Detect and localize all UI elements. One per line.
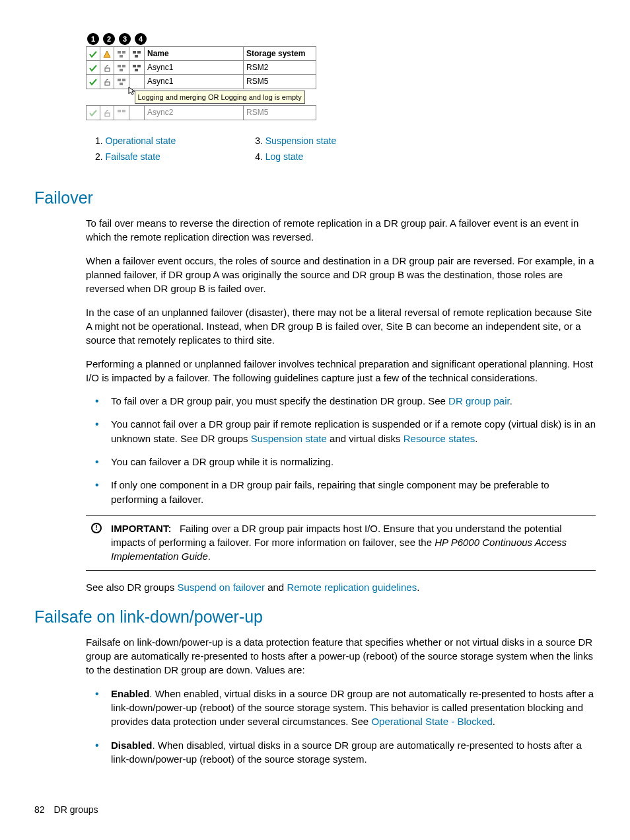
para: In the case of an unplanned failover (di… — [86, 305, 596, 348]
legend-num: 4. — [255, 151, 265, 162]
unlocked-icon — [103, 78, 111, 86]
bullet-list: To fail over a DR group pair, you must s… — [86, 394, 596, 506]
legend-link-suspension-state[interactable]: Suspension state — [265, 135, 336, 146]
callout-3: 3 — [119, 33, 131, 45]
table-row: Async1 RSM5 — [87, 75, 316, 89]
footer-section: DR groups — [54, 804, 98, 815]
svg-rect-12 — [137, 65, 141, 67]
svg-rect-18 — [105, 113, 110, 116]
svg-rect-9 — [122, 65, 125, 67]
status-table: Name Storage system Async1 RSM2 Async1 R… — [86, 46, 316, 120]
para: To fail over means to reverse the direct… — [86, 216, 596, 245]
list-item: You can failover a DR group while it is … — [86, 455, 596, 469]
text: See also DR groups — [86, 582, 177, 593]
para: See also DR groups Suspend on failover a… — [86, 580, 596, 594]
tooltip-text: Logging and merging OR Logging and log i… — [135, 91, 305, 104]
svg-rect-2 — [122, 51, 125, 54]
legend-link-failsafe-state[interactable]: Failsafe state — [106, 151, 160, 162]
cell-system: RSM5 — [244, 75, 316, 89]
unlocked-icon — [103, 64, 111, 72]
check-icon — [89, 78, 97, 86]
list-item: You cannot fail over a DR group pair if … — [86, 417, 596, 445]
table-row: Async1 RSM2 — [87, 61, 316, 75]
col-system-header: Storage system — [244, 47, 316, 61]
svg-rect-16 — [122, 79, 125, 81]
link-suspension-state[interactable]: Suspension state — [251, 433, 327, 444]
group-dark-icon — [132, 50, 141, 58]
callout-2: 2 — [103, 33, 115, 45]
svg-rect-10 — [120, 69, 123, 71]
para: Failsafe on link-down/power-up is a data… — [86, 635, 596, 677]
callout-1: 1 — [87, 33, 99, 45]
figure-legend: 1. Operational state 2. Failsafe state 3… — [95, 135, 596, 168]
col-failsafe-icon — [100, 47, 114, 61]
heading-failover: Failover — [34, 187, 596, 210]
important-icon: ! — [91, 523, 102, 533]
para: Performing a planned or unplanned failov… — [86, 357, 596, 385]
bullet-list: Enabled. When enabled, virtual disks in … — [86, 687, 596, 766]
legend-num: 2. — [95, 151, 106, 162]
col-name-header: Name — [145, 47, 244, 61]
text: To fail over a DR group pair, you must s… — [111, 395, 448, 406]
table-row: Async2 RSM5 — [87, 106, 316, 120]
text: . — [475, 433, 477, 444]
svg-rect-4 — [133, 51, 136, 54]
legend-num: 1. — [95, 135, 106, 146]
check-icon — [89, 64, 97, 72]
text: . — [208, 551, 211, 562]
group-dark-icon — [132, 64, 141, 72]
important-note: ! IMPORTANT: Failing over a DR group pai… — [86, 515, 596, 571]
list-item: To fail over a DR group pair, you must s… — [86, 394, 596, 408]
cell-system: RSM2 — [244, 61, 316, 75]
callout-4: 4 — [135, 33, 147, 45]
list-item: If only one component in a DR group pair… — [86, 478, 596, 506]
para: When a failover event occurs, the roles … — [86, 254, 596, 296]
text: . When disabled, virtual disks in a sour… — [111, 740, 582, 765]
link-suspend-on-failover[interactable]: Suspend on failover — [177, 582, 265, 593]
text: . — [510, 395, 512, 406]
link-dr-group-pair[interactable]: DR group pair — [448, 395, 510, 406]
cell-system: RSM5 — [244, 106, 316, 120]
svg-rect-13 — [135, 69, 138, 71]
important-label: IMPORTANT: — [111, 523, 171, 534]
status-figure: 1 2 3 4 Name Storage system A — [86, 33, 596, 120]
legend-num: 3. — [255, 135, 265, 146]
col-operational-icon — [87, 47, 100, 61]
link-resource-states[interactable]: Resource states — [403, 433, 475, 444]
text: . When enabled, virtual disks in a sourc… — [111, 688, 594, 728]
legend-link-operational-state[interactable]: Operational state — [106, 135, 176, 146]
svg-rect-3 — [120, 55, 123, 57]
col-suspension-icon — [114, 47, 129, 61]
link-operational-state-blocked[interactable]: Operational State - Blocked — [371, 716, 492, 727]
svg-rect-1 — [118, 51, 121, 54]
svg-rect-6 — [135, 55, 138, 57]
term-enabled: Enabled — [111, 688, 149, 699]
svg-rect-11 — [133, 65, 136, 67]
svg-rect-15 — [118, 79, 121, 81]
list-item: Disabled. When disabled, virtual disks i… — [86, 738, 596, 767]
callout-row: 1 2 3 4 — [87, 33, 596, 45]
svg-rect-17 — [120, 83, 123, 85]
svg-marker-0 — [104, 51, 110, 57]
link-remote-replication-guidelines[interactable]: Remote replication guidelines — [287, 582, 417, 593]
svg-rect-5 — [137, 51, 141, 54]
warn-icon — [103, 50, 111, 58]
tooltip-row: Logging and merging OR Logging and log i… — [87, 89, 316, 106]
page-number: 82 — [34, 804, 45, 815]
cell-name: Async2 — [145, 106, 244, 120]
term-disabled: Disabled — [111, 740, 153, 751]
col-log-icon — [129, 47, 145, 61]
group-icon — [117, 78, 126, 86]
check-faded-icon — [89, 109, 97, 117]
check-icon — [89, 50, 97, 58]
page-footer: 82DR groups — [34, 804, 98, 816]
svg-rect-20 — [122, 110, 125, 112]
unlocked-icon — [103, 109, 111, 117]
cell-name: Async1 — [145, 61, 244, 75]
legend-link-log-state[interactable]: Log state — [265, 151, 304, 162]
svg-rect-8 — [118, 65, 121, 67]
text: . — [493, 716, 495, 727]
svg-rect-14 — [105, 82, 110, 85]
svg-rect-19 — [118, 110, 121, 112]
list-item: Enabled. When enabled, virtual disks in … — [86, 687, 596, 729]
